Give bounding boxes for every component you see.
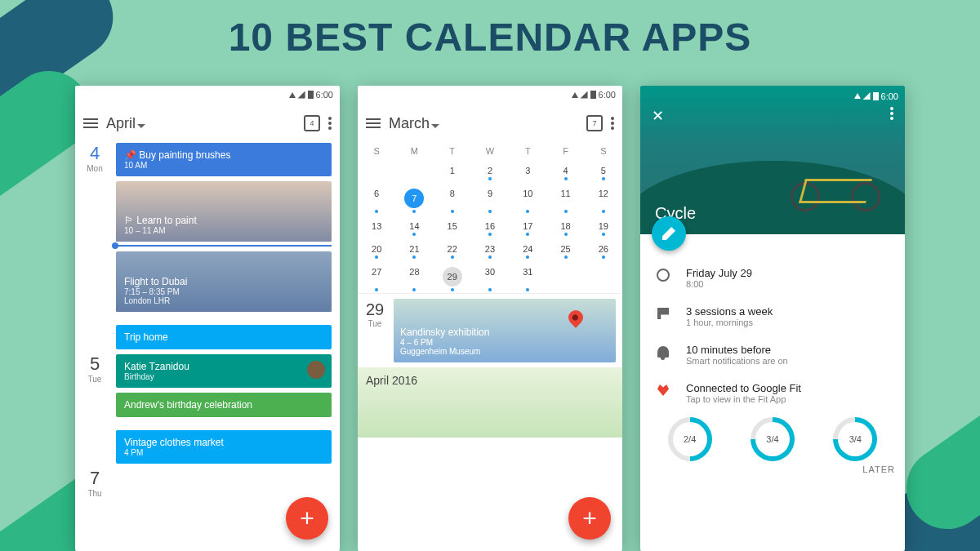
calendar-day[interactable]: 24 xyxy=(509,238,546,260)
overflow-menu-icon[interactable] xyxy=(328,117,332,130)
calendar-day[interactable] xyxy=(358,159,395,182)
close-icon[interactable]: ✕ xyxy=(652,107,664,125)
calendar-day[interactable]: 13 xyxy=(358,215,395,238)
month-picker[interactable]: March xyxy=(389,115,439,132)
battery-icon xyxy=(308,91,314,99)
clock-icon xyxy=(657,269,670,282)
battery-icon xyxy=(873,92,879,100)
detail-row-fit[interactable]: Connected to Google Fit Tap to view in t… xyxy=(686,374,893,412)
calendar-day[interactable]: 16 xyxy=(471,215,509,238)
calendar-day[interactable]: 25 xyxy=(546,238,584,260)
flag-icon xyxy=(657,308,669,319)
status-bar: 6:00 xyxy=(640,86,905,104)
detail-row-reminder[interactable]: 10 minutes before Smart notifications ar… xyxy=(686,335,893,374)
status-time: 6:00 xyxy=(599,90,616,100)
chevron-down-icon xyxy=(137,124,145,128)
progress-arc[interactable]: 3/4 xyxy=(751,417,795,461)
bell-icon xyxy=(657,346,669,358)
overflow-menu-icon[interactable] xyxy=(890,107,893,120)
month-picker[interactable]: April xyxy=(106,115,145,132)
chevron-down-icon xyxy=(431,124,439,128)
event-card-map[interactable]: Kandinsky exhibition 4 – 6 PM Guggenheim… xyxy=(394,299,616,362)
phone-screen-month: 6:00 March 7 SMTWTFS 1234567891011121314… xyxy=(358,86,622,551)
overflow-menu-icon[interactable] xyxy=(611,117,614,130)
calendar-day[interactable] xyxy=(395,159,433,182)
fab-edit[interactable] xyxy=(652,216,686,251)
day-header: 29 Tue xyxy=(361,300,389,328)
signal-icon xyxy=(298,91,305,99)
calendar-day[interactable]: 12 xyxy=(585,182,622,215)
calendar-day[interactable]: 22 xyxy=(434,238,471,260)
calendar-day[interactable]: 27 xyxy=(358,260,395,293)
app-bar: March 7 xyxy=(358,104,622,143)
calendar-day[interactable]: 7 xyxy=(395,182,433,215)
calendar-day[interactable]: 9 xyxy=(471,182,509,215)
calendar-day[interactable]: 18 xyxy=(546,215,584,238)
calendar-day[interactable]: 4 xyxy=(546,159,584,182)
calendar-day[interactable]: 28 xyxy=(395,260,433,293)
signal-icon xyxy=(863,92,871,100)
calendar-day[interactable]: 17 xyxy=(509,215,546,238)
calendar-day[interactable] xyxy=(585,260,622,293)
status-time: 6:00 xyxy=(316,90,333,100)
event-card[interactable]: Trip home xyxy=(116,325,332,349)
calendar-day[interactable]: 23 xyxy=(471,238,509,260)
calendar-grid: 1234567891011121314151617181920212223242… xyxy=(358,159,622,293)
calendar-day[interactable]: 11 xyxy=(546,182,584,215)
status-time: 6:00 xyxy=(881,91,898,101)
day-header: 4 Mon xyxy=(80,143,109,173)
calendar-day[interactable]: 1 xyxy=(434,159,471,182)
wifi-icon xyxy=(289,92,296,98)
calendar-day[interactable]: 5 xyxy=(585,159,622,182)
status-bar: 6:00 xyxy=(75,86,340,104)
progress-arc[interactable]: 2/4 xyxy=(668,417,712,461)
signal-icon xyxy=(581,91,588,99)
today-icon[interactable]: 7 xyxy=(586,115,603,131)
heart-icon xyxy=(657,384,669,396)
calendar-day[interactable]: 31 xyxy=(509,260,546,293)
calendar-day[interactable]: 10 xyxy=(509,182,546,215)
event-card[interactable]: Vintage clothes market 4 PM xyxy=(116,430,332,464)
avatar xyxy=(307,361,325,379)
calendar-day[interactable]: 6 xyxy=(358,182,395,215)
month-illustration: April 2016 xyxy=(358,367,622,438)
wifi-icon xyxy=(854,93,861,99)
map-pin-icon xyxy=(565,307,586,327)
detail-row-goal[interactable]: 3 sessions a week 1 hour, mornings xyxy=(686,297,893,335)
calendar-day[interactable]: 15 xyxy=(434,215,471,238)
event-card-image[interactable]: Flight to Dubai 7:15 – 8:35 PMLondon LHR xyxy=(116,251,332,312)
event-card[interactable]: Andrew's birthday celebration xyxy=(116,393,332,417)
day-header: 7 Thu xyxy=(80,468,109,498)
day-header: 5 Tue xyxy=(80,353,109,384)
pencil-icon xyxy=(662,227,675,240)
progress-arc[interactable]: 3/4 xyxy=(833,417,877,461)
fab-add-event[interactable]: + xyxy=(286,497,328,540)
later-button[interactable]: LATER xyxy=(640,461,905,474)
hamburger-icon[interactable] xyxy=(366,118,381,128)
calendar-day[interactable] xyxy=(546,260,584,293)
hamburger-icon[interactable] xyxy=(83,118,98,128)
event-header: 6:00 ✕ Cycle xyxy=(640,86,905,234)
today-icon[interactable]: 4 xyxy=(304,115,320,131)
current-time-indicator xyxy=(116,245,332,247)
calendar-day[interactable]: 8 xyxy=(434,182,471,215)
calendar-day[interactable]: 2 xyxy=(471,159,509,182)
wifi-icon xyxy=(572,92,578,98)
calendar-day[interactable]: 19 xyxy=(585,215,622,238)
calendar-day[interactable]: 29 xyxy=(434,260,471,293)
app-bar: April 4 xyxy=(75,104,340,143)
calendar-day[interactable]: 14 xyxy=(395,215,433,238)
calendar-day[interactable]: 30 xyxy=(471,260,509,293)
fab-add-event[interactable]: + xyxy=(568,497,611,540)
calendar-day[interactable]: 20 xyxy=(358,238,395,260)
day-event-section: 29 Tue Kandinsky exhibition 4 – 6 PM Gug… xyxy=(358,293,622,367)
calendar-day[interactable]: 26 xyxy=(585,238,622,260)
page-title: 10 BEST CALENDAR APPS xyxy=(0,15,980,60)
detail-row-time: Friday July 29 8:00 xyxy=(686,259,893,297)
event-card-image[interactable]: 🏳 Learn to paint 10 – 11 AM xyxy=(116,181,332,242)
event-card[interactable]: 📌 Buy painting brushes 10 AM xyxy=(116,143,332,176)
weekday-header: SMTWTFS xyxy=(358,143,622,159)
event-card-birthday[interactable]: Katie Tzanidou Birthday xyxy=(116,354,332,388)
calendar-day[interactable]: 3 xyxy=(509,159,546,182)
calendar-day[interactable]: 21 xyxy=(395,238,433,260)
